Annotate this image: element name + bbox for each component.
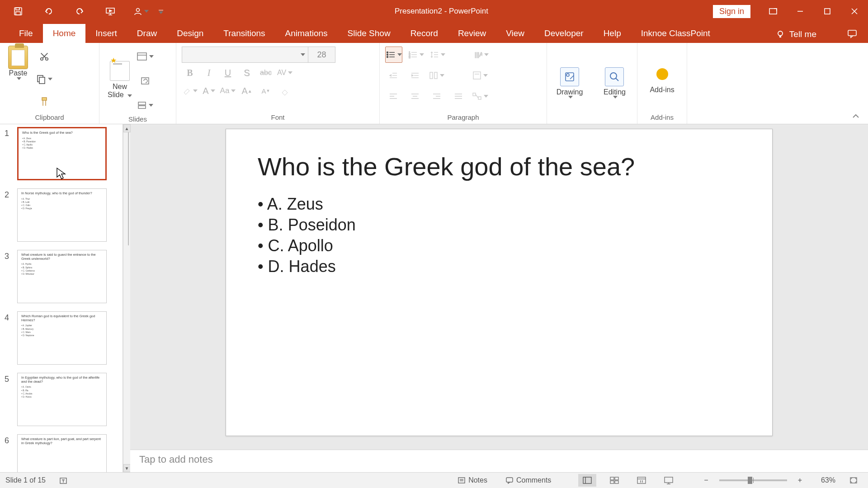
close-button[interactable] [841, 0, 868, 23]
tab-design[interactable]: Design [167, 24, 213, 43]
increase-indent-button[interactable] [407, 67, 423, 84]
bullets-button[interactable] [385, 47, 402, 63]
justify-button[interactable] [450, 88, 467, 104]
slide-thumbnail[interactable]: Which Roman god is equivalent to the Gre… [17, 311, 107, 365]
format-painter-button[interactable] [36, 94, 52, 110]
editing-group-button[interactable]: Editing [600, 66, 629, 101]
tab-help[interactable]: Help [594, 24, 631, 43]
redo-button[interactable] [71, 2, 89, 20]
tab-record[interactable]: Record [401, 24, 448, 43]
slide-canvas[interactable]: Who is the Greek god of the sea? A. Zeus… [226, 129, 773, 436]
char-spacing-button[interactable]: AV [277, 65, 293, 81]
tab-draw[interactable]: Draw [127, 24, 167, 43]
ribbon-display-options-button[interactable] [760, 0, 787, 23]
addins-button[interactable]: Add-ins [646, 62, 678, 96]
scroll-down-button[interactable]: ▼ [123, 464, 131, 472]
reading-view-button[interactable] [632, 474, 651, 487]
slide-counter-label[interactable]: Slide 1 of 15 [5, 476, 46, 484]
slide-sorter-view-button[interactable] [605, 474, 623, 487]
accessibility-button[interactable] [55, 474, 72, 486]
collapse-ribbon-button[interactable] [852, 113, 860, 119]
tab-slideshow[interactable]: Slide Show [338, 24, 401, 43]
minimize-button[interactable] [787, 0, 814, 23]
new-slide-button[interactable]: New Slide [104, 59, 136, 100]
svg-rect-2 [16, 12, 20, 15]
copy-button[interactable] [36, 71, 52, 87]
strikethrough-button[interactable]: abc [258, 65, 274, 81]
slideshow-view-button[interactable] [660, 474, 678, 487]
slide-thumbnail[interactable]: In Egyptian mythology, who is the god of… [17, 373, 107, 426]
shrink-font-button[interactable]: A▼ [258, 83, 274, 99]
notes-input[interactable]: Tap to add notes [130, 450, 868, 472]
highlight-button[interactable] [182, 83, 198, 99]
tab-view[interactable]: View [496, 24, 534, 43]
present-from-beginning-button[interactable] [101, 2, 119, 20]
section-button[interactable] [137, 97, 154, 113]
scroll-up-button[interactable]: ▲ [123, 124, 131, 132]
tab-insert[interactable]: Insert [85, 24, 127, 43]
qat-customize-button[interactable] [152, 2, 170, 20]
align-left-button[interactable] [385, 88, 401, 104]
slide-thumbnail[interactable]: In Norse mythology, who is the god of th… [17, 188, 107, 242]
slide-thumbnail[interactable]: Who is the Greek god of the sea?• A. Zeu… [17, 127, 107, 180]
slide-thumbnail[interactable]: What creature is part lion, part goat, a… [17, 434, 107, 472]
layout-button[interactable] [137, 48, 154, 65]
reset-button[interactable] [137, 73, 154, 89]
zoom-out-button[interactable]: − [702, 474, 710, 486]
slide-bullet[interactable]: A. Zeus [258, 195, 741, 214]
sign-in-button[interactable]: Sign in [713, 5, 750, 18]
shadow-button[interactable]: S [239, 65, 255, 81]
slide-bullet[interactable]: C. Apollo [258, 236, 741, 255]
grow-font-button[interactable]: A▲ [239, 83, 255, 99]
drawing-group-button[interactable]: Drawing [553, 66, 587, 101]
cut-button[interactable] [36, 48, 52, 65]
slide-thumbnails-panel[interactable]: 1Who is the Greek god of the sea?• A. Ze… [0, 124, 123, 472]
save-button[interactable] [9, 2, 27, 20]
thumbnails-scrollbar[interactable]: ▲ ▼ [123, 124, 130, 472]
maximize-button[interactable] [814, 0, 841, 23]
tab-developer[interactable]: Developer [534, 24, 594, 43]
paste-button[interactable]: Paste [5, 46, 32, 82]
slide-title[interactable]: Who is the Greek god of the sea? [258, 152, 741, 181]
tab-review[interactable]: Review [448, 24, 496, 43]
decrease-indent-button[interactable] [385, 67, 401, 84]
font-color-button[interactable]: A [201, 83, 217, 99]
zoom-slider-knob[interactable] [748, 477, 752, 484]
change-case-button[interactable]: Aa [220, 83, 236, 99]
tab-transitions[interactable]: Transitions [213, 24, 275, 43]
fit-to-window-button[interactable] [844, 474, 863, 487]
italic-button[interactable]: I [201, 65, 217, 81]
tab-home[interactable]: Home [43, 24, 86, 43]
slide-body[interactable]: A. ZeusB. PoseidonC. ApolloD. Hades [258, 195, 741, 276]
font-name-input[interactable]: 28 [182, 47, 335, 63]
scrollbar-thumb[interactable] [128, 132, 129, 245]
comments-toggle-button[interactable]: Comments [501, 474, 556, 486]
line-spacing-button[interactable] [429, 47, 446, 63]
comments-pane-button[interactable] [841, 25, 863, 43]
tab-file[interactable]: File [9, 24, 43, 43]
align-text-button[interactable] [472, 67, 488, 84]
clear-formatting-button[interactable] [277, 83, 293, 99]
text-direction-button[interactable]: |||A [473, 47, 489, 63]
tell-me-search[interactable]: Tell me [769, 26, 823, 43]
columns-button[interactable] [429, 67, 445, 84]
font-size-input[interactable]: 28 [308, 47, 335, 62]
zoom-slider[interactable] [719, 479, 787, 481]
slide-thumbnail[interactable]: What creature is said to guard the entra… [17, 250, 107, 303]
align-right-button[interactable] [429, 88, 445, 104]
tab-animations[interactable]: Animations [275, 24, 338, 43]
bold-button[interactable]: B [182, 65, 198, 81]
numbering-button[interactable]: 123 [408, 47, 424, 63]
normal-view-button[interactable] [578, 474, 596, 487]
slide-bullet[interactable]: D. Hades [258, 257, 741, 276]
undo-button[interactable] [40, 2, 58, 20]
zoom-level-label[interactable]: 63% [813, 476, 835, 484]
underline-button[interactable]: U [220, 65, 236, 81]
zoom-in-button[interactable]: + [796, 474, 804, 486]
align-center-button[interactable] [407, 88, 423, 104]
slide-bullet[interactable]: B. Poseidon [258, 216, 741, 235]
account-button[interactable] [132, 2, 150, 20]
notes-toggle-button[interactable]: Notes [453, 474, 492, 486]
tab-classpoint[interactable]: Inknoe ClassPoint [631, 24, 720, 43]
smartart-button[interactable] [472, 88, 488, 104]
